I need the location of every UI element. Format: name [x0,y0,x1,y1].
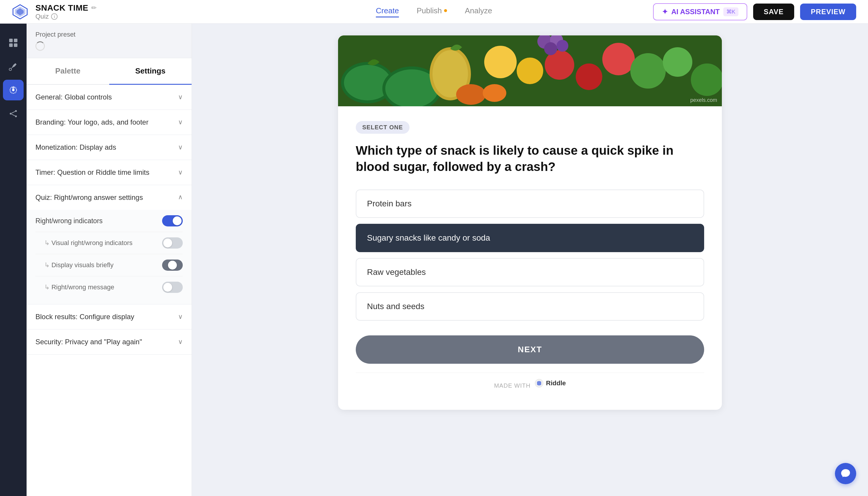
svg-point-22 [484,46,517,78]
toggle-label-visual-indicators: Visual right/wrong indicators [35,239,133,247]
svg-point-26 [602,43,635,75]
toggle-row-right-wrong-indicators: Right/wrong indicators [35,210,183,232]
ai-icon: ✦ [662,8,668,16]
sidebar-item-share[interactable] [3,103,24,124]
accordion-branding-header[interactable]: Branding: Your logo, ads, and footer ∨ [27,110,191,135]
quiz-option-nuts-seeds[interactable]: Nuts and seeds [356,292,704,321]
accordion-monetization: Monetization: Display ads ∨ [27,135,191,160]
project-name-row: SNACK TIME ✏ [35,3,96,13]
sidebar-icons [0,24,27,496]
quiz-option-protein-bars[interactable]: Protein bars [356,189,704,218]
nav-publish[interactable]: Publish [417,6,447,17]
accordion-block-results-label: Block results: Configure display [35,313,134,321]
toggle-thumb [168,261,177,269]
quiz-card: pexels.com SELECT ONE Which type of snac… [338,35,722,410]
quiz-image: pexels.com [338,35,722,106]
ai-assistant-button[interactable]: ✦ AI ASSISTANT ⌘K [653,3,747,20]
svg-rect-4 [14,39,17,42]
riddle-brand-label: Riddle [546,379,566,387]
accordion-branding-chevron: ∨ [178,119,183,126]
toggle-track-on [162,215,183,227]
toggle-display-visuals[interactable] [162,260,183,271]
preset-spinner [35,41,45,51]
accordion-general-chevron: ∨ [178,93,183,101]
accordion-general-header[interactable]: General: Global controls ∨ [27,85,191,110]
toggle-thumb [163,283,172,292]
accordion-block-results-chevron: ∨ [178,313,183,321]
svg-rect-5 [9,43,13,47]
svg-point-10 [10,113,12,114]
quiz-question: Which type of snack is likely to cause a… [356,143,704,175]
svg-point-8 [12,89,14,91]
svg-point-11 [15,110,17,112]
accordion-branding-label: Branding: Your logo, ads, and footer [35,118,149,126]
edit-project-icon[interactable]: ✏ [91,4,96,12]
project-name: SNACK TIME [35,3,88,13]
accordion-monetization-header[interactable]: Monetization: Display ads ∨ [27,135,191,160]
toggle-row-display-visuals: Display visuals briefly [35,254,183,276]
svg-line-14 [12,114,15,116]
nav-publish-badge: Publish [417,6,447,15]
image-credit: pexels.com [690,97,717,103]
sidebar-item-brush[interactable] [3,56,24,77]
accordion-timer-label: Timer: Question or Riddle time limits [35,168,150,176]
sidebar-item-settings[interactable] [3,80,24,100]
accordion-security-chevron: ∨ [178,338,183,346]
tab-settings[interactable]: Settings [109,58,192,85]
quiz-option-sugary-snacks[interactable]: Sugary snacks like candy or soda [356,224,704,252]
accordion-quiz-label: Quiz: Right/wrong answer settings [35,193,143,202]
svg-point-28 [663,47,692,77]
accordion-timer-chevron: ∨ [178,169,183,176]
toggle-right-wrong-indicators[interactable] [162,215,183,227]
sidebar-item-grid[interactable] [3,32,24,53]
accordion-quiz: Quiz: Right/wrong answer settings ∨ Righ… [27,185,191,305]
accordion-security: Security: Privacy and "Play again" ∨ [27,329,191,355]
accordion-timer-header[interactable]: Timer: Question or Riddle time limits ∨ [27,160,191,185]
preview-button[interactable]: PREVIEW [800,3,856,20]
accordion-quiz-header[interactable]: Quiz: Right/wrong answer settings ∨ [27,185,191,210]
preset-label: Project preset [35,31,183,38]
nav-create[interactable]: Create [376,6,399,17]
nav-publish-label: Publish [417,6,442,15]
toggle-label-right-wrong-message: Right/wrong message [35,283,114,291]
project-info-icon[interactable]: i [51,13,58,20]
svg-point-33 [544,42,557,55]
accordion-block-results-header[interactable]: Block results: Configure display ∨ [27,305,191,329]
accordion-quiz-content: Right/wrong indicators Visual right/wron… [27,210,191,304]
toggle-visual-indicators[interactable] [162,237,183,249]
topnav-right: ✦ AI ASSISTANT ⌘K SAVE PREVIEW [653,3,856,20]
svg-point-35 [483,84,506,102]
made-with-label: MADE WITH [494,382,530,389]
save-button[interactable]: SAVE [753,3,794,20]
topnav-center: Create Publish Analyze [376,6,492,17]
quiz-footer: MADE WITH Riddle [356,373,704,395]
accordion-general: General: Global controls ∨ [27,85,191,110]
preset-section: Project preset [27,24,191,58]
nav-analyze[interactable]: Analyze [465,6,492,17]
svg-point-25 [576,63,602,90]
quiz-option-raw-vegetables[interactable]: Raw vegetables [356,258,704,286]
toggle-row-right-wrong-message: Right/wrong message [35,276,183,298]
toggle-right-wrong-message[interactable] [162,282,183,293]
project-info: SNACK TIME ✏ Quiz i [35,3,96,20]
publish-badge-dot [444,9,447,12]
quiz-next-button[interactable]: NEXT [356,336,704,364]
preset-loading [35,41,183,51]
svg-point-23 [517,58,543,84]
settings-tabs: Palette Settings [27,58,191,85]
accordion-monetization-chevron: ∨ [178,143,183,151]
chat-button[interactable] [835,463,856,484]
riddle-logo-icon [535,379,544,388]
toggle-track-off2 [162,282,183,293]
accordion-security-label: Security: Privacy and "Play again" [35,338,142,346]
svg-point-34 [456,84,486,105]
tab-palette[interactable]: Palette [27,58,109,85]
project-type-row: Quiz i [35,13,96,20]
svg-rect-3 [9,39,13,42]
preview-area: pexels.com SELECT ONE Which type of snac… [192,24,868,496]
accordion-security-header[interactable]: Security: Privacy and "Play again" ∨ [27,329,191,354]
svg-point-27 [630,53,666,89]
app-logo[interactable] [12,3,28,20]
toggle-row-visual-indicators: Visual right/wrong indicators [35,232,183,254]
accordion-quiz-chevron: ∨ [178,194,183,201]
